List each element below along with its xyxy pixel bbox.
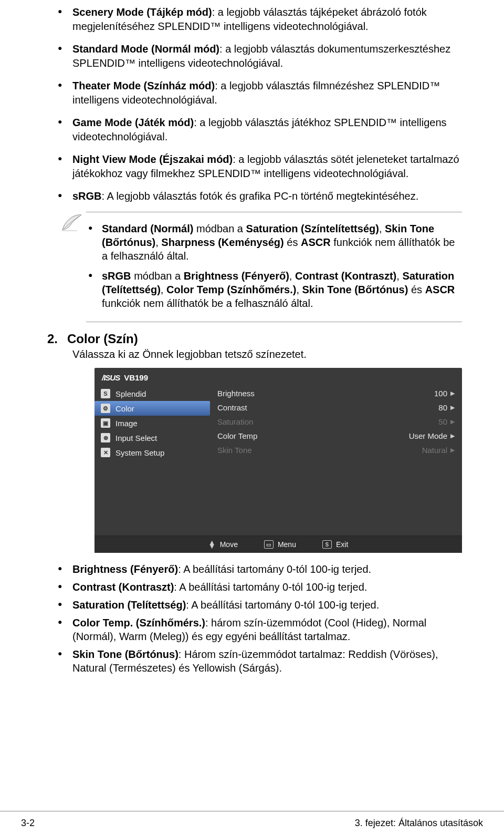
list-item: Standard Mode (Normál mód): a legjobb vá…	[58, 42, 462, 70]
option-label: Saturation	[217, 417, 438, 426]
mode-list: Scenery Mode (Tájkép mód): a legjobb vál…	[58, 5, 462, 203]
footer-menu: ▭ Menu	[264, 540, 296, 549]
chapter-label: 3. fejezet: Általános utasítások	[355, 818, 483, 829]
option-value: 80	[438, 403, 447, 412]
osd-option-row[interactable]: Color TempUser Mode▶	[215, 429, 457, 443]
section-heading: 2. Color (Szín)	[47, 332, 472, 346]
osd-options: Brightness100▶Contrast80▶Saturation50▶Co…	[210, 385, 462, 462]
option-label: Color Temp	[217, 431, 409, 440]
section-number: 2.	[47, 332, 58, 346]
osd-menu-item[interactable]: ⊕Input Select	[94, 430, 210, 445]
list-item: Saturation (Telítettség): A beállítási t…	[58, 598, 457, 612]
list-item: Game Mode (Játék mód): a legjobb választ…	[58, 116, 462, 144]
chevron-right-icon: ▶	[450, 390, 455, 397]
chevron-right-icon: ▶	[450, 418, 455, 425]
color-settings-list: Brightness (Fényerő): A beállítási tarto…	[58, 562, 457, 675]
updown-icon: ▲▼	[208, 541, 216, 548]
osd-menu-item[interactable]: ⚙Color	[94, 401, 210, 416]
brand-logo: /ISUS	[102, 373, 120, 382]
exit-icon: S	[322, 540, 332, 549]
menu-item-icon: ⚙	[101, 404, 110, 413]
option-label: Contrast	[217, 403, 438, 412]
page-footer: 3-2 3. fejezet: Általános utasítások	[0, 811, 504, 829]
menu-item-label: Image	[116, 419, 138, 428]
chevron-right-icon: ▶	[450, 447, 455, 454]
option-value: Natural	[422, 446, 447, 455]
list-item: Color Temp. (Színhőmérs.): három szín-üz…	[58, 616, 457, 643]
list-item: Contrast (Kontraszt): A beállítási tarto…	[58, 580, 457, 594]
option-value: 50	[438, 417, 447, 426]
chevron-right-icon: ▶	[450, 433, 455, 439]
section-subtitle: Válassza ki az Önnek legjobban tetsző sz…	[72, 348, 472, 361]
osd-option-row[interactable]: Contrast80▶	[215, 400, 457, 415]
note-block: Standard (Normál) módban a Saturation (S…	[58, 212, 462, 322]
osd-option-row: Skin ToneNatural▶	[215, 443, 457, 457]
menu-item-icon: S	[101, 389, 110, 398]
list-item: Skin Tone (Bőrtónus): Három szín-üzemmód…	[58, 647, 457, 675]
list-item: Scenery Mode (Tájkép mód): a legjobb vál…	[58, 5, 462, 34]
list-item: Night View Mode (Éjszakai mód): a legjob…	[58, 152, 462, 181]
osd-model: VB199	[124, 373, 148, 382]
list-item: sRGB: A legjobb választás fotók és grafi…	[58, 189, 462, 203]
footer-move: ▲▼ Move	[208, 540, 238, 549]
osd-panel: /ISUS VB199 SSplendid⚙Color▣Image⊕Input …	[94, 368, 462, 553]
option-label: Skin Tone	[217, 446, 422, 455]
menu-item-label: Input Select	[116, 434, 157, 442]
footer-exit: S Exit	[322, 540, 348, 549]
osd-menu-item[interactable]: SSplendid	[94, 386, 210, 401]
option-value: 100	[434, 389, 447, 398]
osd-menu-item[interactable]: ✕System Setup	[94, 445, 210, 460]
menu-item-icon: ▣	[101, 418, 110, 428]
note-item: sRGB módban a Brightness (Fényerő), Cont…	[86, 269, 462, 310]
osd-option-row: Saturation50▶	[215, 415, 457, 429]
menu-item-label: Splendid	[116, 389, 146, 398]
osd-option-row[interactable]: Brightness100▶	[215, 386, 457, 400]
chevron-right-icon: ▶	[450, 404, 455, 411]
osd-menu-item[interactable]: ▣Image	[94, 416, 210, 430]
page-number: 3-2	[21, 818, 35, 829]
menu-item-label: Color	[116, 404, 134, 413]
osd-menu: SSplendid⚙Color▣Image⊕Input Select✕Syste…	[94, 385, 210, 462]
osd-footer: ▲▼ Move ▭ Menu S Exit	[94, 536, 462, 553]
menu-item-icon: ⊕	[101, 433, 110, 442]
menu-item-label: System Setup	[116, 448, 164, 457]
feather-icon	[58, 212, 86, 233]
menu-item-icon: ✕	[101, 448, 110, 457]
option-value: User Mode	[409, 431, 447, 440]
list-item: Brightness (Fényerő): A beállítási tarto…	[58, 562, 457, 576]
list-item: Theater Mode (Színház mód): a legjobb vá…	[58, 79, 462, 107]
osd-header: /ISUS VB199	[94, 368, 462, 385]
menu-icon: ▭	[264, 540, 274, 549]
note-item: Standard (Normál) módban a Saturation (S…	[86, 222, 462, 263]
section-title: Color (Szín)	[67, 332, 138, 346]
option-label: Brightness	[217, 389, 434, 398]
